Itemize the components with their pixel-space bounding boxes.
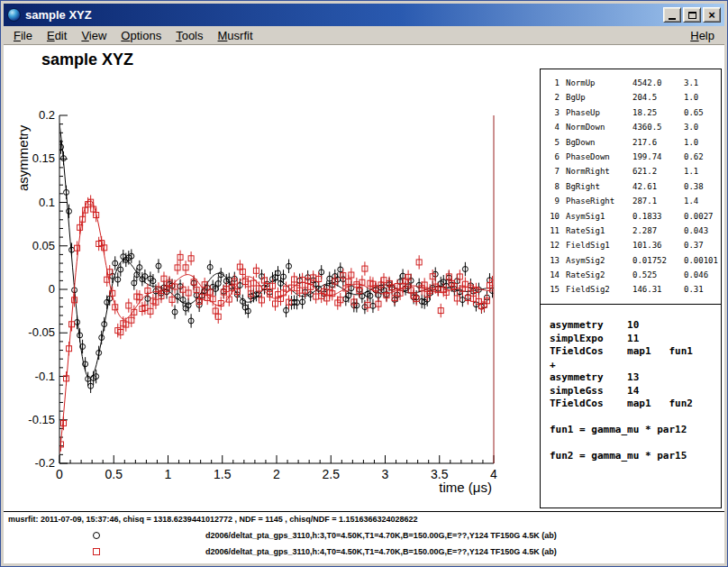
param-row: 10AsymSig10.18330.0027 [546, 209, 721, 224]
param-value: 0.1833 [632, 209, 684, 224]
param-row: 11RateSig12.2870.043 [546, 224, 721, 238]
param-num: 15 [546, 282, 560, 297]
param-row: 3PhaseUp18.250.65 [546, 105, 721, 120]
param-error: 3.1 [684, 76, 721, 90]
param-error: 3.0 [684, 120, 721, 134]
param-value: 146.31 [632, 282, 684, 297]
param-num: 12 [546, 238, 560, 252]
svg-text:1.5: 1.5 [214, 467, 232, 481]
param-row: 5BgDown217.61.0 [546, 135, 721, 150]
parameter-pave[interactable]: 1NormUp4542.03.12BgUp204.51.03PhaseUp18.… [540, 69, 722, 305]
fit-info-divider [4, 511, 724, 512]
param-name: PhaseDown [566, 150, 632, 164]
svg-text:2.5: 2.5 [323, 467, 341, 481]
param-row: 1NormUp4542.03.1 [546, 76, 721, 90]
param-num: 3 [546, 105, 560, 120]
svg-text:-0.1: -0.1 [35, 370, 55, 383]
param-name: NormUp [566, 76, 632, 90]
param-error: 0.38 [684, 179, 721, 194]
window-controls [663, 7, 721, 23]
param-row: 13AsymSig20.017520.00101 [546, 253, 721, 268]
param-error: 0.043 [684, 224, 721, 238]
menu-musrfit[interactable]: Musrfit [211, 27, 260, 44]
param-name: BgDown [566, 135, 632, 150]
param-row: 8BgRight42.610.38 [546, 179, 721, 194]
minimize-icon [669, 18, 676, 20]
svg-text:-0.05: -0.05 [28, 325, 55, 339]
param-row: 6PhaseDown199.740.62 [546, 150, 721, 164]
svg-text:asymmetry: asymmetry [15, 124, 31, 191]
svg-text:0.05: 0.05 [32, 239, 55, 252]
maximize-button[interactable] [683, 7, 701, 23]
menu-view[interactable]: View [74, 27, 114, 44]
param-row: 7NormRight621.21.1 [546, 164, 721, 178]
legend-item: d2006/deltat_pta_gps_3110,h:3,T0=4.50K,T… [93, 530, 557, 541]
svg-text:0.5: 0.5 [105, 467, 123, 481]
param-num: 4 [546, 120, 560, 134]
param-num: 7 [546, 164, 560, 178]
param-num: 6 [546, 150, 560, 164]
theory-pave[interactable]: asymmetry 10 simplExpo 11 TFieldCos map1… [540, 305, 722, 508]
legend-label: d2006/deltat_pta_gps_3110,h:3,T0=4.50K,T… [205, 531, 557, 540]
svg-text:time (μs): time (μs) [439, 480, 492, 495]
param-num: 13 [546, 253, 560, 268]
param-error: 0.65 [684, 105, 721, 120]
legend-label: d2006/deltat_pta_gps_3110,h:4,T0=4.50K,T… [205, 547, 557, 556]
svg-text:0.1: 0.1 [39, 196, 55, 209]
legend-item: d2006/deltat_pta_gps_3110,h:4,T0=4.50K,T… [93, 546, 557, 557]
maximize-icon [688, 12, 696, 19]
title-bar[interactable]: sample XYZ [4, 4, 724, 26]
param-error: 0.046 [684, 268, 721, 282]
param-row: 14RateSig20.5250.046 [546, 268, 721, 282]
param-value: 101.36 [632, 238, 684, 252]
param-error: 1.0 [684, 135, 721, 150]
fit-info: musrfit: 2011-07-09, 15:37:46, chisq = 1… [8, 515, 418, 524]
menu-tools[interactable]: Tools [168, 27, 210, 44]
param-name: FieldSig2 [566, 282, 632, 297]
param-value: 4542.0 [632, 76, 684, 90]
param-num: 11 [546, 224, 560, 238]
param-value: 4360.5 [632, 120, 684, 134]
param-name: NormDown [566, 120, 632, 134]
menu-file[interactable]: File [6, 27, 40, 44]
menu-edit[interactable]: Edit [40, 27, 74, 44]
parameter-list: 1NormUp4542.03.12BgUp204.51.03PhaseUp18.… [546, 76, 721, 297]
app-window: sample XYZ File Edit View Options Tools … [0, 0, 728, 567]
param-row: 9PhaseRight287.11.4 [546, 194, 721, 208]
circle-marker-icon [93, 532, 100, 539]
param-row: 12FieldSig1101.360.37 [546, 238, 721, 252]
square-marker-icon [93, 548, 100, 555]
param-name: RateSig2 [566, 268, 632, 282]
menu-help[interactable]: Help [683, 27, 722, 44]
minimize-button[interactable] [663, 7, 681, 23]
svg-text:1: 1 [165, 467, 172, 481]
param-num: 5 [546, 135, 560, 150]
svg-text:0: 0 [56, 467, 63, 481]
param-value: 287.1 [632, 194, 684, 208]
svg-text:2: 2 [273, 467, 280, 481]
param-error: 1.1 [684, 164, 721, 178]
param-num: 1 [546, 76, 560, 90]
svg-text:0.2: 0.2 [39, 108, 55, 122]
param-row: 15FieldSig2146.310.31 [546, 282, 721, 297]
svg-text:-0.2: -0.2 [35, 456, 55, 470]
close-button[interactable] [703, 7, 721, 23]
param-error: 0.00101 [684, 253, 721, 268]
param-error: 1.4 [684, 194, 721, 208]
param-value: 621.2 [632, 164, 684, 178]
window-title: sample XYZ [25, 8, 659, 22]
param-value: 204.5 [632, 90, 684, 105]
param-value: 0.525 [632, 268, 684, 282]
param-name: RateSig1 [566, 224, 632, 238]
asymmetry-plot[interactable]: -0.2-0.15-0.1-0.0500.050.10.150.200.511.… [4, 45, 537, 505]
param-num: 8 [546, 179, 560, 194]
menu-options[interactable]: Options [114, 27, 168, 44]
param-name: PhaseUp [566, 105, 632, 120]
param-num: 2 [546, 90, 560, 105]
param-name: AsymSig2 [566, 253, 632, 268]
param-name: AsymSig1 [566, 209, 632, 224]
param-num: 10 [546, 209, 560, 224]
param-num: 14 [546, 268, 560, 282]
svg-text:-0.15: -0.15 [28, 413, 55, 426]
root-canvas[interactable]: sample XYZ -0.2-0.15-0.1-0.0500.050.10.1… [4, 45, 724, 563]
